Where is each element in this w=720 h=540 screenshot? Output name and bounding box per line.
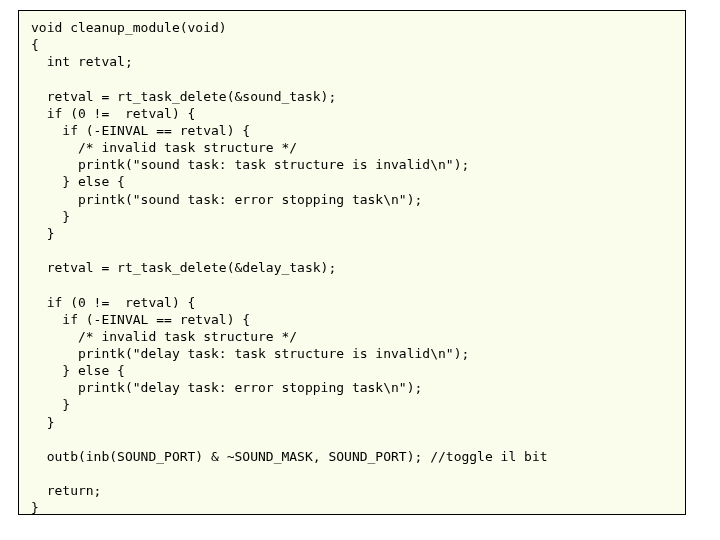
code-block-container: void cleanup_module(void) { int retval; … (18, 10, 686, 515)
code-content: void cleanup_module(void) { int retval; … (31, 19, 673, 515)
